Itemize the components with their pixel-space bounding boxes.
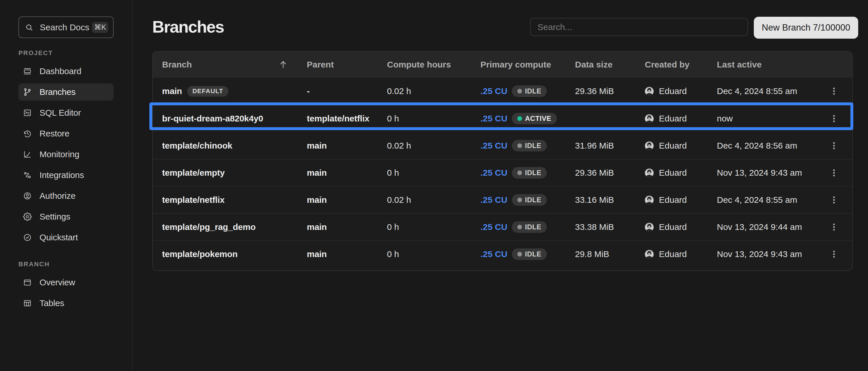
cell-data-size: 33.16 MiB [575, 195, 645, 205]
created-by-name: Eduard [659, 168, 687, 178]
sidebar-item-label: Tables [39, 298, 64, 308]
sidebar-item-integrations[interactable]: Integrations [19, 166, 114, 184]
cell-last-active: Nov 13, 2024 9:43 am [717, 168, 816, 178]
cell-parent: main [307, 168, 387, 178]
authorize-user-icon [23, 191, 32, 200]
sidebar-item-authorize[interactable]: Authorize [19, 187, 114, 205]
table-row[interactable]: template/pokemon main 0 h .25 CU IDLE 29… [153, 240, 852, 268]
cell-primary-compute: .25 CU IDLE [480, 167, 575, 179]
row-actions-kebab-menu[interactable] [816, 191, 852, 209]
cell-primary-compute: .25 CU ACTIVE [480, 113, 575, 124]
sort-ascending-icon [278, 60, 288, 69]
kebab-menu-icon [829, 249, 839, 259]
sidebar: Search Docs ⌘K PROJECT Dashboard Branche… [0, 0, 133, 371]
table-row[interactable]: template/pg_rag_demo main 0 h .25 CU IDL… [153, 213, 852, 240]
status-dot-icon [517, 144, 522, 148]
cell-compute-hours: 0 h [387, 222, 480, 232]
sidebar-item-restore[interactable]: Restore [19, 125, 114, 142]
status-label: IDLE [525, 223, 541, 231]
cell-last-active: now [717, 114, 816, 123]
sidebar-item-label: Branches [39, 87, 75, 97]
cell-parent: main [307, 141, 387, 151]
cell-parent: main [307, 249, 387, 259]
restore-clock-icon [23, 129, 32, 138]
row-actions-kebab-menu[interactable] [816, 218, 852, 236]
cell-branch: template/empty [162, 168, 307, 178]
compute-units: .25 CU [480, 222, 507, 232]
kebab-menu-icon [829, 222, 839, 232]
table-row[interactable]: template/empty main 0 h .25 CU IDLE 29.3… [153, 159, 852, 186]
sidebar-item-overview[interactable]: Overview [19, 274, 114, 291]
row-actions-kebab-menu[interactable] [816, 83, 852, 100]
sidebar-item-tables[interactable]: Tables [19, 295, 114, 312]
created-by-name: Eduard [659, 249, 687, 259]
cell-parent: main [307, 222, 387, 232]
status-dot-icon [517, 225, 522, 229]
row-actions-kebab-menu[interactable] [816, 246, 852, 263]
kebab-menu-icon [829, 195, 839, 205]
sidebar-item-label: Settings [39, 212, 70, 222]
created-by-name: Eduard [659, 86, 687, 96]
avatar [645, 142, 654, 150]
cell-primary-compute: .25 CU IDLE [480, 194, 575, 206]
cell-last-active: Dec 4, 2024 8:55 am [717, 86, 816, 96]
cell-created-by: Eduard [645, 249, 717, 259]
table-row[interactable]: main DEFAULT - 0.02 h .25 CU IDLE 29.36 … [153, 78, 852, 105]
row-actions-kebab-menu[interactable] [816, 137, 852, 154]
new-branch-button[interactable]: New Branch 7/100000 [754, 17, 858, 39]
branch-name: br-quiet-dream-a820k4y0 [162, 114, 263, 123]
main-content: Branches New Branch 7/100000 Branch Pare… [133, 0, 868, 371]
project-nav: Dashboard Branches SQL Editor Restore Mo… [19, 63, 114, 246]
kebab-menu-icon [829, 141, 839, 151]
row-actions-kebab-menu[interactable] [816, 164, 852, 182]
table-row[interactable]: br-quiet-dream-a820k4y0 template/netflix… [153, 105, 852, 132]
compute-units: .25 CU [480, 86, 507, 96]
column-header-compute-hours[interactable]: Compute hours [387, 60, 480, 69]
section-label-project: PROJECT [19, 49, 132, 57]
column-header-primary-compute[interactable]: Primary compute [480, 60, 575, 69]
compute-units: .25 CU [480, 114, 507, 123]
status-dot-icon [517, 252, 522, 256]
cell-branch: main DEFAULT [162, 86, 307, 97]
cell-last-active: Nov 13, 2024 9:43 am [717, 249, 816, 259]
created-by-name: Eduard [659, 222, 687, 232]
column-header-data-size[interactable]: Data size [575, 60, 645, 69]
avatar [645, 223, 654, 231]
column-header-created-by[interactable]: Created by [645, 60, 717, 69]
cell-last-active: Nov 13, 2024 9:44 am [717, 222, 816, 232]
sidebar-item-sql-editor[interactable]: SQL Editor [19, 104, 114, 121]
status-dot-icon [517, 116, 522, 121]
sql-editor-icon [23, 109, 32, 117]
cell-created-by: Eduard [645, 141, 717, 151]
table-row[interactable]: template/chinook main 0.02 h .25 CU IDLE… [153, 132, 852, 159]
row-actions-kebab-menu[interactable] [816, 110, 852, 127]
sidebar-item-quickstart[interactable]: Quickstart [19, 229, 114, 246]
status-label: IDLE [525, 250, 541, 258]
sidebar-item-settings[interactable]: Settings [19, 208, 114, 225]
sidebar-item-dashboard[interactable]: Dashboard [19, 63, 114, 80]
overview-window-icon [23, 278, 32, 287]
cell-data-size: 33.38 MiB [575, 222, 645, 232]
sidebar-item-branches[interactable]: Branches [19, 83, 114, 101]
status-dot-icon [517, 171, 522, 175]
sidebar-item-label: Integrations [39, 170, 84, 180]
column-header-parent[interactable]: Parent [307, 60, 387, 69]
sidebar-item-label: Dashboard [39, 66, 81, 76]
avatar [645, 168, 654, 178]
status-badge: IDLE [512, 248, 547, 260]
status-badge: IDLE [512, 140, 547, 151]
column-header-last-active[interactable]: Last active [717, 60, 816, 69]
cell-compute-hours: 0.02 h [387, 86, 480, 96]
table-header-row: Branch Parent Compute hours Primary comp… [153, 52, 852, 78]
status-badge: IDLE [512, 167, 547, 179]
column-header-branch[interactable]: Branch [162, 60, 307, 69]
search-docs-button[interactable]: Search Docs ⌘K [19, 17, 114, 38]
kebab-menu-icon [829, 114, 839, 123]
branch-name: template/pg_rag_demo [162, 222, 255, 232]
table-row[interactable]: template/netflix main 0.02 h .25 CU IDLE… [153, 186, 852, 213]
branch-name: main [162, 86, 182, 96]
sidebar-item-monitoring[interactable]: Monitoring [19, 146, 114, 163]
branch-search-input[interactable] [530, 18, 748, 36]
page-title: Branches [152, 17, 224, 36]
git-branch-icon [23, 88, 32, 96]
